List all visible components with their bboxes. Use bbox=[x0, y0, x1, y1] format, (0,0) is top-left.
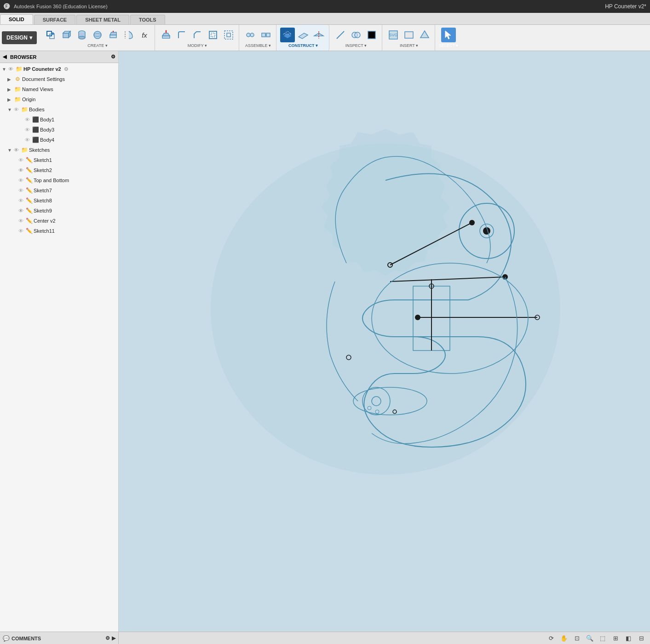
sketch9-eye-icon[interactable]: 👁 bbox=[18, 208, 23, 213]
offset-plane-icon[interactable] bbox=[280, 28, 295, 42]
sketches-arrow-icon: ▼ bbox=[7, 148, 13, 153]
grid-icon[interactable]: ⊞ bbox=[610, 633, 621, 644]
comments-settings-icon[interactable]: ⚙ bbox=[105, 635, 110, 641]
tree-root[interactable]: ▼ 👁 📁 HP Couneter v2 ⚙ bbox=[0, 64, 118, 74]
tree-named-views[interactable]: ▶ 📁 Named Views bbox=[0, 84, 118, 94]
modify-label: MODIFY ▾ bbox=[188, 43, 207, 48]
sketch8-label: Sketch8 bbox=[34, 198, 52, 203]
select-label: SELECT ▾ bbox=[439, 43, 458, 48]
zoom-window-icon[interactable]: ⬚ bbox=[598, 633, 608, 644]
top-bottom-eye-icon[interactable]: 👁 bbox=[18, 178, 23, 183]
zoom-fit-icon[interactable]: ⊡ bbox=[572, 633, 582, 644]
body3-eye-icon[interactable]: 👁 bbox=[25, 127, 30, 132]
bodies-eye-icon[interactable]: 👁 bbox=[14, 107, 19, 112]
insert-mesh-icon[interactable] bbox=[417, 28, 432, 42]
fillet-icon[interactable] bbox=[174, 28, 189, 42]
tree-sketch1[interactable]: 👁 ✏️ Sketch1 bbox=[0, 155, 118, 165]
extrude-icon[interactable] bbox=[106, 28, 121, 42]
top-bottom-label: Top and Bottom bbox=[34, 178, 69, 183]
tree-sketch7[interactable]: 👁 ✏️ Sketch7 bbox=[0, 185, 118, 196]
body4-eye-icon[interactable]: 👁 bbox=[25, 137, 30, 143]
viewport-controls: ⟳ ✋ ⊡ 🔍 ⬚ ⊞ ◧ ⊟ bbox=[119, 633, 650, 644]
tab-tools[interactable]: TOOLS bbox=[130, 15, 165, 24]
insert-svg-icon[interactable]: SVG bbox=[386, 28, 401, 42]
root-folder-icon: 📁 bbox=[15, 65, 23, 73]
tree-center-v2[interactable]: 👁 ✏️ Center v2 bbox=[0, 216, 118, 226]
sketches-eye-icon[interactable]: 👁 bbox=[14, 147, 19, 153]
viewport[interactable] bbox=[119, 51, 650, 632]
create-icons: fx bbox=[43, 28, 152, 42]
svg-marker-15 bbox=[110, 32, 116, 35]
display-settings-icon[interactable]: ⊟ bbox=[636, 633, 646, 644]
tree-sketch8[interactable]: 👁 ✏️ Sketch8 bbox=[0, 196, 118, 206]
tree-sketch2[interactable]: 👁 ✏️ Sketch2 bbox=[0, 165, 118, 175]
sketch1-eye-icon[interactable]: 👁 bbox=[18, 157, 23, 163]
body1-eye-icon[interactable]: 👁 bbox=[25, 117, 30, 122]
draft-icon[interactable] bbox=[364, 28, 379, 42]
pan-icon[interactable]: ✋ bbox=[559, 633, 569, 644]
rigid-group-icon[interactable] bbox=[259, 28, 273, 42]
root-eye-icon[interactable]: 👁 bbox=[8, 66, 13, 72]
inspect-group: INSPECT ▾ bbox=[330, 25, 382, 51]
new-body-icon[interactable] bbox=[43, 28, 58, 42]
canvas-icon[interactable] bbox=[402, 28, 416, 42]
plane-at-angle-icon[interactable] bbox=[296, 28, 311, 42]
sketch2-icon: ✏️ bbox=[25, 167, 33, 174]
shell-icon[interactable] bbox=[206, 28, 220, 42]
sketch7-eye-icon[interactable]: 👁 bbox=[18, 188, 23, 193]
sketch8-eye-icon[interactable]: 👁 bbox=[18, 198, 23, 203]
press-pull-icon[interactable] bbox=[159, 28, 173, 42]
tab-bar: SOLID SURFACE SHEET METAL TOOLS bbox=[0, 13, 650, 25]
sketch11-eye-icon[interactable]: 👁 bbox=[18, 228, 23, 234]
root-settings-icon[interactable]: ⚙ bbox=[64, 66, 69, 72]
tree-body4[interactable]: 👁 ⬛ Body4 bbox=[0, 135, 118, 145]
box-icon[interactable] bbox=[59, 28, 74, 42]
body3-label: Body3 bbox=[40, 127, 54, 132]
tab-solid[interactable]: SOLID bbox=[0, 14, 33, 24]
measure-icon[interactable] bbox=[333, 28, 348, 42]
tree-sketches[interactable]: ▼ 👁 📁 Sketches bbox=[0, 145, 118, 155]
comments-section[interactable]: 💬 COMMENTS ⚙ ▶ bbox=[0, 632, 119, 644]
interference-icon[interactable] bbox=[349, 28, 363, 42]
named-views-label: Named Views bbox=[22, 86, 53, 92]
tree-origin[interactable]: ▶ 📁 Origin bbox=[0, 94, 118, 104]
tree-sketch11[interactable]: 👁 ✏️ Sketch11 bbox=[0, 226, 118, 236]
tree-body3[interactable]: 👁 ⬛ Body3 bbox=[0, 125, 118, 135]
svg-point-12 bbox=[94, 31, 101, 39]
comments-collapse-icon[interactable]: ▶ bbox=[112, 635, 115, 641]
sketch2-eye-icon[interactable]: 👁 bbox=[18, 167, 23, 173]
scale-icon[interactable] bbox=[221, 28, 236, 42]
design-label: DESIGN bbox=[6, 34, 28, 41]
design-button[interactable]: DESIGN ▾ bbox=[2, 31, 37, 44]
svg-point-27 bbox=[250, 33, 254, 37]
revolve-icon[interactable] bbox=[121, 28, 136, 42]
tree-sketch9[interactable]: 👁 ✏️ Sketch9 bbox=[0, 206, 118, 216]
zoom-in-icon[interactable]: 🔍 bbox=[585, 633, 595, 644]
collapse-icon[interactable]: ◀ bbox=[3, 54, 6, 60]
fx-icon[interactable]: fx bbox=[137, 28, 152, 42]
sidebar: ◀ BROWSER ⚙ ▼ 👁 📁 HP Couneter v2 ⚙ ▶ ⚙ D… bbox=[0, 51, 119, 632]
select-icon[interactable] bbox=[441, 28, 456, 42]
visual-style-icon[interactable]: ◧ bbox=[623, 633, 633, 644]
tree-doc-settings[interactable]: ▶ ⚙ Document Settings bbox=[0, 74, 118, 84]
joint-icon[interactable] bbox=[243, 28, 258, 42]
sphere-icon[interactable] bbox=[90, 28, 105, 42]
tree-body1[interactable]: 👁 ⬛ Body1 bbox=[0, 115, 118, 125]
svg-marker-47 bbox=[445, 31, 451, 39]
tree-bodies[interactable]: ▼ 👁 📁 Bodies bbox=[0, 104, 118, 115]
orbit-icon[interactable]: ⟳ bbox=[546, 633, 556, 644]
svg-rect-23 bbox=[211, 33, 215, 37]
browser-header: ◀ BROWSER ⚙ bbox=[0, 51, 118, 63]
doc-settings-label: Document Settings bbox=[22, 76, 65, 82]
svg-marker-33 bbox=[299, 33, 308, 39]
center-v2-eye-icon[interactable]: 👁 bbox=[18, 218, 23, 224]
doc-settings-arrow-icon: ▶ bbox=[7, 77, 13, 82]
tree-top-and-bottom[interactable]: 👁 ✏️ Top and Bottom bbox=[0, 175, 118, 185]
comments-label: COMMENTS bbox=[12, 636, 41, 641]
cylinder-icon[interactable] bbox=[75, 28, 89, 42]
chamfer-icon[interactable] bbox=[190, 28, 205, 42]
midplane-icon[interactable] bbox=[311, 28, 326, 42]
tab-surface[interactable]: SURFACE bbox=[34, 15, 76, 24]
tab-sheet-metal[interactable]: SHEET METAL bbox=[76, 15, 129, 24]
browser-settings-icon[interactable]: ⚙ bbox=[111, 54, 115, 60]
